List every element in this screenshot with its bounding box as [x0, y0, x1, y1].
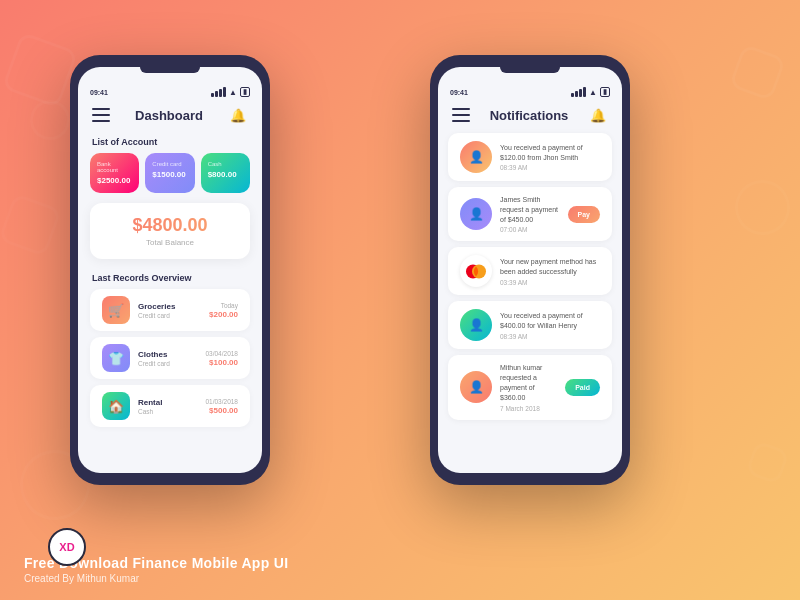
cash-card[interactable]: Cash $800.00 [201, 153, 250, 193]
footer-subtitle: Created By Mithun Kumar [24, 573, 288, 584]
rental-info: Rental Cash [138, 398, 197, 415]
bank-card-amount: $2500.00 [97, 176, 132, 185]
status-time-1: 09:41 [90, 89, 108, 96]
clothes-amount: $100.00 [205, 358, 238, 367]
grocery-info: Groceries Credit card [138, 302, 201, 319]
total-balance-card: $4800.00 Total Balance [90, 203, 250, 259]
phone-dashboard: 09:41 ▲ ▮ Dashboard � [70, 55, 270, 485]
record-groceries[interactable]: 🛒 Groceries Credit card Today $200.00 [90, 289, 250, 331]
notifications-header: Notifications 🔔 [438, 101, 622, 133]
notification-3[interactable]: Your new payment method has been added s… [448, 247, 612, 295]
dashboard-header: Dashboard 🔔 [78, 101, 262, 133]
credit-card-card[interactable]: Credit card $1500.00 [145, 153, 194, 193]
menu-icon-2[interactable] [452, 108, 470, 122]
notif-time-5: 7 March 2018 [500, 405, 557, 412]
accounts-section-label: List of Account [78, 133, 262, 153]
battery-icon: ▮ [240, 87, 250, 97]
account-cards-container: Bank account $2500.00 Credit card $1500.… [78, 153, 262, 203]
notif-text-4: You received a payment of $400.00 for Wi… [500, 311, 600, 331]
rental-right: 01/03/2018 $500.00 [205, 398, 238, 415]
notification-bell-2[interactable]: 🔔 [588, 105, 608, 125]
grocery-subtype: Credit card [138, 312, 201, 319]
notification-2[interactable]: 👤 James Smith request a payment of $450.… [448, 187, 612, 241]
bank-account-card[interactable]: Bank account $2500.00 [90, 153, 139, 193]
rental-date: 01/03/2018 [205, 398, 238, 405]
record-rental[interactable]: 🏠 Rental Cash 01/03/2018 $500.00 [90, 385, 250, 427]
wifi-icon: ▲ [229, 88, 237, 97]
notif-text-5: Mithun kumar requested a payment of $360… [500, 363, 557, 402]
rental-subtype: Cash [138, 408, 197, 415]
credit-card-amount: $1500.00 [152, 170, 187, 179]
notif-time-1: 08:39 AM [500, 164, 600, 171]
records-section-label: Last Records Overview [78, 269, 262, 289]
notifications-screen: 09:41 ▲ ▮ Notifications [438, 67, 622, 473]
phone-notch [140, 67, 200, 73]
notif-text-1: You received a payment of $120.00 from J… [500, 143, 600, 163]
grocery-amount: $200.00 [209, 310, 238, 319]
notif-avatar-4: 👤 [460, 309, 492, 341]
notif-time-4: 08:39 AM [500, 333, 600, 340]
notif-text-2: James Smith request a payment of $450.00 [500, 195, 560, 224]
notif-time-3: 03:39 AM [500, 279, 600, 286]
xd-badge: XD [48, 528, 86, 566]
grocery-icon: 🛒 [102, 296, 130, 324]
phone-notch-2 [500, 67, 560, 73]
dashboard-title: Dashboard [135, 108, 203, 123]
status-bar-2: 09:41 ▲ ▮ [438, 79, 622, 101]
total-balance-amount: $4800.00 [102, 215, 238, 236]
battery-icon-2: ▮ [600, 87, 610, 97]
notif-avatar-2: 👤 [460, 198, 492, 230]
menu-icon[interactable] [92, 108, 110, 122]
rental-amount: $500.00 [205, 406, 238, 415]
bank-card-type: Bank account [97, 161, 132, 173]
clothes-subtype: Credit card [138, 360, 197, 367]
mastercard-icon [460, 255, 492, 287]
status-time-2: 09:41 [450, 89, 468, 96]
notification-bell-1[interactable]: 🔔 [228, 105, 248, 125]
status-icons-1: ▲ ▮ [211, 87, 250, 97]
grocery-right: Today $200.00 [209, 302, 238, 319]
notif-time-2: 07:00 AM [500, 226, 560, 233]
notif-content-1: You received a payment of $120.00 from J… [500, 143, 600, 172]
grocery-date: Today [209, 302, 238, 309]
status-icons-2: ▲ ▮ [571, 87, 610, 97]
notif-text-3: Your new payment method has been added s… [500, 257, 600, 277]
total-balance-label: Total Balance [102, 238, 238, 247]
paid-button[interactable]: Paid [565, 379, 600, 396]
phone-notifications: 09:41 ▲ ▮ Notifications [430, 55, 630, 485]
record-clothes[interactable]: 👕 Clothes Credit card 03/04/2018 $100.00 [90, 337, 250, 379]
notif-content-5: Mithun kumar requested a payment of $360… [500, 363, 557, 411]
cash-card-amount: $800.00 [208, 170, 243, 179]
wifi-icon-2: ▲ [589, 88, 597, 97]
notif-content-3: Your new payment method has been added s… [500, 257, 600, 286]
clothes-icon: 👕 [102, 344, 130, 372]
clothes-right: 03/04/2018 $100.00 [205, 350, 238, 367]
dashboard-screen: 09:41 ▲ ▮ Dashboard � [78, 67, 262, 473]
clothes-date: 03/04/2018 [205, 350, 238, 357]
notif-content-2: James Smith request a payment of $450.00… [500, 195, 560, 233]
cash-card-type: Cash [208, 161, 243, 167]
rental-icon: 🏠 [102, 392, 130, 420]
grocery-name: Groceries [138, 302, 201, 311]
status-bar-1: 09:41 ▲ ▮ [78, 79, 262, 101]
pay-button[interactable]: Pay [568, 206, 600, 223]
clothes-info: Clothes Credit card [138, 350, 197, 367]
rental-name: Rental [138, 398, 197, 407]
notif-content-4: You received a payment of $400.00 for Wi… [500, 311, 600, 340]
clothes-name: Clothes [138, 350, 197, 359]
notif-avatar-1: 👤 [460, 141, 492, 173]
notification-1[interactable]: 👤 You received a payment of $120.00 from… [448, 133, 612, 181]
footer-container: XD Free Download Finance Mobile App UI C… [24, 555, 288, 584]
notification-5[interactable]: 👤 Mithun kumar requested a payment of $3… [448, 355, 612, 419]
credit-card-type: Credit card [152, 161, 187, 167]
notifications-title: Notifications [490, 108, 569, 123]
notif-avatar-5: 👤 [460, 371, 492, 403]
notification-4[interactable]: 👤 You received a payment of $400.00 for … [448, 301, 612, 349]
